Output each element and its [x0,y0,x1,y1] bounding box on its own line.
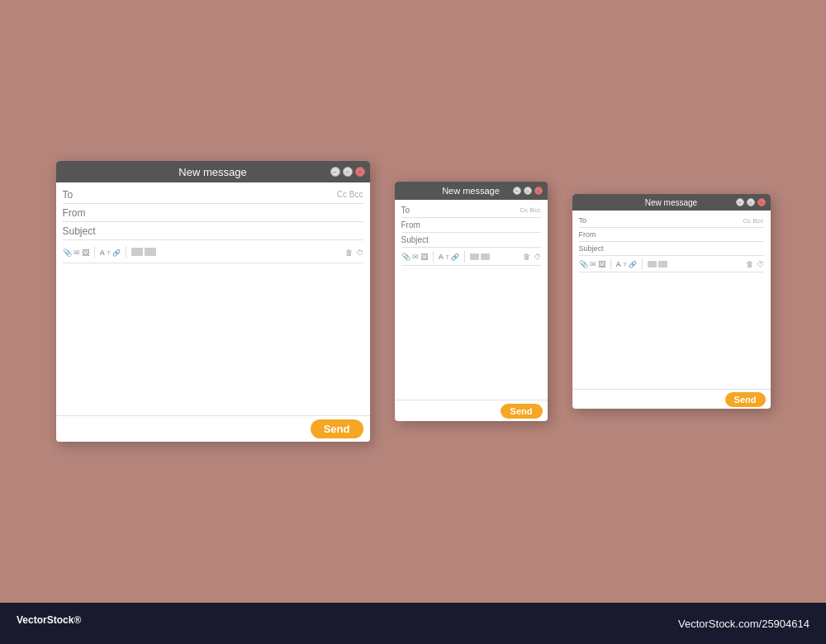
toolbar-sep2-medium [464,251,465,263]
maximize-btn-medium[interactable]: ○ [524,187,532,195]
image-icon-medium[interactable] [420,253,428,261]
compose-area-large[interactable] [63,263,363,412]
brand-name: VectorStock® [17,616,81,632]
image-icon-large[interactable] [82,247,89,257]
footer-url: VectorStock.com/25904614 [678,618,809,630]
toolbar-format-group-large [100,247,121,257]
send-button-large[interactable]: Send [311,419,363,438]
compose-area-small[interactable] [579,272,764,386]
window-body-small: To Cc Bcc From Subject [572,211,771,389]
block-icon1-large [131,248,143,256]
toolbar-small [579,256,764,272]
to-field-large: To Cc Bcc [63,186,363,204]
send-button-small[interactable]: Send [725,392,766,407]
compose-area-medium[interactable] [401,266,541,396]
clock-icon-large[interactable] [356,247,363,257]
to-label-small: To [579,216,587,225]
from-field-small: From [579,228,764,242]
attach-icon-large[interactable] [63,247,72,257]
toolbar-format-group-small [616,260,637,268]
from-label-small: From [579,230,596,239]
text-icon-large[interactable] [107,247,111,257]
window-title-small: New message [645,198,697,207]
clock-icon-small[interactable] [757,260,764,268]
to-label-medium: To [401,206,411,215]
link-icon-medium[interactable] [451,253,459,261]
from-field-large: From [63,204,363,222]
font-icon-small[interactable] [616,260,622,268]
brand-area: VectorStock® [17,614,81,633]
titlebar-small: New message − ○ × [572,194,771,211]
font-icon-large[interactable] [100,247,106,257]
text-icon-medium[interactable] [445,253,449,261]
image-icon-small[interactable] [598,260,605,268]
window-footer-large: Send [56,415,370,442]
attach-icon-medium[interactable] [401,253,411,261]
block-icon2-medium [481,253,490,260]
from-label-medium: From [401,220,420,230]
trash-icon-large[interactable] [345,247,353,257]
toolbar-sep1-medium [433,251,434,263]
font-icon-medium[interactable] [439,253,444,261]
from-label-large: From [63,207,86,219]
subject-input-large[interactable] [96,225,363,237]
link-icon-large[interactable] [112,247,121,257]
footer-bar: VectorStock® VectorStock.com/25904614 [0,603,826,644]
text-icon-small[interactable] [623,260,627,268]
from-input-large[interactable] [86,207,363,219]
trademark-symbol: ® [74,614,81,626]
window-footer-small: Send [572,389,771,409]
subject-input-small[interactable] [604,244,764,253]
minimize-btn-small[interactable]: − [736,198,744,206]
to-input-medium[interactable] [410,206,520,215]
link-icon-small[interactable] [629,260,637,268]
to-input-large[interactable] [73,189,337,201]
clock-icon-medium[interactable] [534,253,541,261]
maximize-btn-small[interactable]: ○ [747,198,755,206]
to-field-small: To Cc Bcc [579,214,764,228]
main-area: New message − ○ × To Cc Bcc From Subject [0,0,826,603]
attach-icon-small[interactable] [579,260,588,268]
toolbar-sep2-small [642,258,643,270]
toolbar-attach-group-large [63,247,89,257]
trash-icon-small[interactable] [746,260,753,268]
window-title-medium: New message [442,186,500,196]
brand-text: VectorStock [17,614,74,626]
minimize-btn-medium[interactable]: − [513,187,521,195]
block-icon2-large [145,248,156,256]
trash-icon-medium[interactable] [523,253,530,261]
from-input-small[interactable] [596,230,764,239]
subject-label-small: Subject [579,244,604,253]
maximize-btn-large[interactable]: ○ [343,167,353,177]
window-body-medium: To Cc Bcc From Subject [395,200,548,400]
window-controls-medium: − ○ × [513,187,543,195]
from-field-medium: From [401,218,541,233]
toolbar-right-medium [523,253,541,261]
subject-input-medium[interactable] [429,235,541,244]
to-field-medium: To Cc Bcc [401,203,541,218]
mail-icon-large[interactable] [74,247,80,257]
toolbar-right-small [746,260,764,268]
to-extras-medium: Cc Bcc [520,206,540,214]
toolbar-sep1-large [94,246,95,258]
close-btn-medium[interactable]: × [534,187,543,195]
window-controls-small: − ○ × [736,198,766,206]
toolbar-right-large [345,247,363,257]
toolbar-medium [401,248,541,266]
toolbar-attach-group-small [579,260,605,268]
mail-icon-small[interactable] [590,260,596,268]
from-input-medium[interactable] [420,220,541,230]
to-extras-large: Cc Bcc [337,190,363,199]
to-label-large: To [63,189,74,201]
toolbar-block-group-large [131,248,156,256]
close-btn-small[interactable]: × [757,198,766,206]
toolbar-format-group-medium [439,253,459,261]
email-window-medium: New message − ○ × To Cc Bcc From Subject [395,182,548,421]
mail-icon-medium[interactable] [412,253,419,261]
minimize-btn-large[interactable]: − [330,167,340,177]
block-icon2-small [658,261,667,268]
to-input-small[interactable] [586,216,743,225]
window-body-large: To Cc Bcc From Subject [56,182,370,415]
send-button-medium[interactable]: Send [501,404,543,419]
close-btn-large[interactable]: × [355,167,365,177]
